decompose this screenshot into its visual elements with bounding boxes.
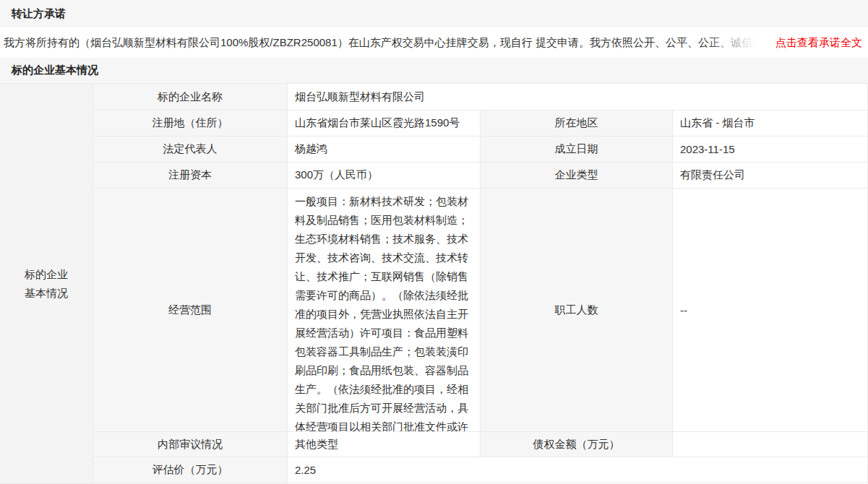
label-establish-date: 成立日期 [481,137,673,163]
row-group-label-line2: 基本情况 [25,284,68,303]
company-basic-info-table: 标的企业 基本情况 标的企业名称 烟台弘顺新型材料有限公司 注册地（住所） 山东… [0,83,868,484]
value-registered-address: 山东省烟台市莱山区霞光路1590号 [288,111,481,137]
label-registered-capital: 注册资本 [93,163,288,189]
label-company-name: 标的企业名称 [93,84,288,111]
view-full-commitment-link[interactable]: 点击查看承诺全文 [775,36,862,50]
value-establish-date: 2023-11-15 [673,137,868,163]
label-legal-representative: 法定代表人 [93,137,288,163]
value-internal-review: 其他类型 [288,432,481,457]
value-appraisal-price: 2.25 [288,457,868,483]
section-title: 标的企业基本情况 [12,64,98,77]
label-debt-amount: 债权金额（万元） [481,432,673,457]
label-appraisal-price: 评估价（万元） [93,457,288,483]
value-legal-representative: 杨越鸿 [288,137,481,163]
label-employee-count: 职工人数 [481,189,673,432]
section-title: 转让方承诺 [12,7,66,21]
label-enterprise-type: 企业类型 [481,163,673,189]
section-header-target-basic-info: 标的企业基本情况 [0,58,868,83]
commitment-summary-row: 我方将所持有的（烟台弘顺新型材料有限公司100%股权/ZBZR250081）在山… [0,27,868,58]
label-internal-review: 内部审议情况 [93,432,288,457]
value-company-name: 烟台弘顺新型材料有限公司 [288,84,868,111]
label-region: 所在地区 [481,111,673,137]
section-header-transferor-commitment: 转让方承诺 [0,0,868,27]
value-business-scope: 一般项目：新材料技术研发；包装材料及制品销售；医用包装材料制造；生态环境材料销售… [288,189,481,432]
row-group-label-line1: 标的企业 [25,265,68,284]
value-registered-capital: 300万（人民币） [288,163,481,189]
commitment-text: 我方将所持有的（烟台弘顺新型材料有限公司100%股权/ZBZR250081）在山… [4,36,771,50]
value-enterprise-type: 有限责任公司 [673,163,868,189]
row-group-label: 标的企业 基本情况 [0,84,93,484]
label-business-scope: 经营范围 [93,189,288,432]
value-employee-count: -- [673,189,868,432]
value-region: 山东省 - 烟台市 [673,111,868,137]
label-registered-address: 注册地（住所） [93,111,288,137]
value-debt-amount [673,432,868,457]
